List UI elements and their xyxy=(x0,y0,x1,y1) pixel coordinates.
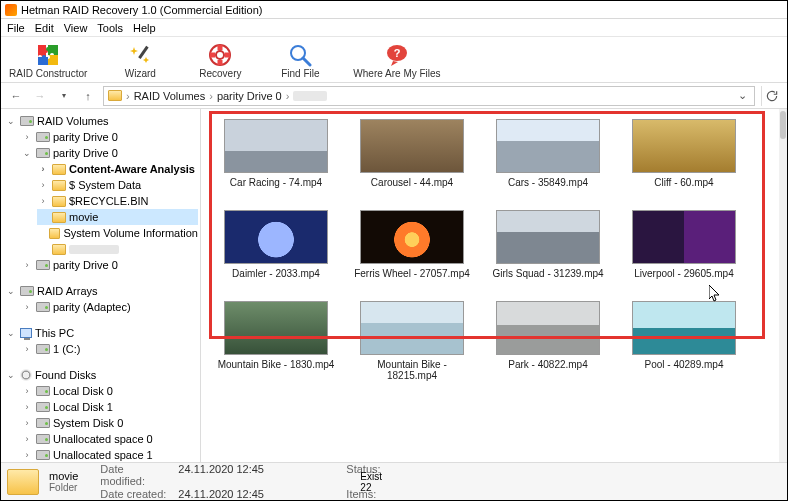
nav-back-button[interactable]: ← xyxy=(7,87,25,105)
drive-icon xyxy=(36,402,50,412)
address-bar[interactable]: › RAID Volumes › parity Drive 0 › ⌄ xyxy=(103,86,755,106)
tree-item[interactable]: ›$ System Data xyxy=(37,177,198,193)
tree-item[interactable]: ›System Volume Information xyxy=(37,225,198,241)
tree-label: Local Disk 1 xyxy=(53,401,113,413)
tree-item[interactable]: ⌄parity Drive 0 xyxy=(21,145,198,161)
tree-label: parity (Adaptec) xyxy=(53,301,131,313)
tree-label: Found Disks xyxy=(35,369,96,381)
expand-icon[interactable]: › xyxy=(21,402,33,412)
tree-item-selected[interactable]: ›movie xyxy=(37,209,198,225)
expand-icon[interactable]: › xyxy=(21,132,33,142)
main-body: ⌄RAID Volumes ›parity Drive 0 ⌄parity Dr… xyxy=(1,109,787,462)
tree-item[interactable]: ›Content-Aware Analysis xyxy=(37,161,198,177)
chevron-right-icon: › xyxy=(209,90,213,102)
expand-icon[interactable]: › xyxy=(21,434,33,444)
collapse-icon[interactable]: ⌄ xyxy=(5,328,17,338)
status-value: Exist xyxy=(360,471,382,482)
navigation-bar: ← → ▾ ↑ › RAID Volumes › parity Drive 0 … xyxy=(1,83,787,109)
file-item[interactable]: Daimler - 2033.mp4 xyxy=(215,210,337,279)
collapse-icon[interactable]: ⌄ xyxy=(5,370,17,380)
vertical-scrollbar[interactable] xyxy=(779,109,787,462)
nav-history-dropdown[interactable]: ▾ xyxy=(55,87,73,105)
tree-item[interactable]: ›Unallocated space 0 xyxy=(21,431,198,447)
tree-label: parity Drive 0 xyxy=(53,147,118,159)
tree-item[interactable]: ›parity Drive 0 xyxy=(21,129,198,145)
video-thumbnail xyxy=(632,301,736,355)
menu-help[interactable]: Help xyxy=(133,22,156,34)
breadcrumb[interactable]: parity Drive 0 xyxy=(217,90,282,102)
tree-found-disks[interactable]: ⌄Found Disks xyxy=(5,367,198,383)
file-item[interactable]: Park - 40822.mp4 xyxy=(487,301,609,381)
file-item[interactable]: Cars - 35849.mp4 xyxy=(487,119,609,188)
tool-recovery[interactable]: Recovery xyxy=(193,43,247,79)
tree-panel[interactable]: ⌄RAID Volumes ›parity Drive 0 ⌄parity Dr… xyxy=(1,109,201,462)
tree-item-redacted[interactable]: › xyxy=(37,241,198,257)
tool-where-are-my-files[interactable]: ? Where Are My Files xyxy=(353,43,440,79)
file-item[interactable]: Ferris Wheel - 27057.mp4 xyxy=(351,210,473,279)
folder-icon xyxy=(52,244,66,255)
tool-label: Wizard xyxy=(125,68,156,79)
wand-icon xyxy=(128,43,152,67)
file-item[interactable]: Carousel - 44.mp4 xyxy=(351,119,473,188)
tree-label: parity Drive 0 xyxy=(53,131,118,143)
expand-icon[interactable]: › xyxy=(37,164,49,174)
expand-icon[interactable]: › xyxy=(21,260,33,270)
file-name: Mountain Bike - 18215.mp4 xyxy=(352,359,472,381)
file-name: Girls Squad - 31239.mp4 xyxy=(492,268,603,279)
menu-file[interactable]: File xyxy=(7,22,25,34)
tree-raid-volumes[interactable]: ⌄RAID Volumes xyxy=(5,113,198,129)
window-title: Hetman RAID Recovery 1.0 (Commercial Edi… xyxy=(21,4,262,16)
menu-edit[interactable]: Edit xyxy=(35,22,54,34)
tree-item[interactable]: ›1 (C:) xyxy=(21,341,198,357)
tree-item[interactable]: ›Local Disk 1 xyxy=(21,399,198,415)
breadcrumb[interactable]: RAID Volumes xyxy=(134,90,206,102)
expand-icon[interactable]: › xyxy=(21,302,33,312)
video-thumbnail xyxy=(496,210,600,264)
address-dropdown-icon[interactable]: ⌄ xyxy=(734,89,750,102)
folder-icon xyxy=(108,90,122,101)
menu-view[interactable]: View xyxy=(64,22,88,34)
menu-tools[interactable]: Tools xyxy=(97,22,123,34)
tool-wizard[interactable]: Wizard xyxy=(113,43,167,79)
video-thumbnail xyxy=(224,119,328,173)
tree-item[interactable]: ›Local Disk 0 xyxy=(21,383,198,399)
collapse-icon[interactable]: ⌄ xyxy=(5,116,17,126)
expand-icon[interactable]: › xyxy=(37,196,49,206)
expand-icon[interactable]: › xyxy=(37,180,49,190)
tree-item[interactable]: ›$RECYCLE.BIN xyxy=(37,193,198,209)
expand-icon[interactable]: › xyxy=(21,418,33,428)
tree-label: Local Disk 0 xyxy=(53,385,113,397)
tree-item[interactable]: ›parity (Adaptec) xyxy=(21,299,198,315)
tool-label: RAID Constructor xyxy=(9,68,87,79)
tree-label: movie xyxy=(69,211,98,223)
tool-raid-constructor[interactable]: RAID Constructor xyxy=(9,43,87,79)
file-item[interactable]: Car Racing - 74.mp4 xyxy=(215,119,337,188)
collapse-icon[interactable]: ⌄ xyxy=(5,286,17,296)
title-bar: Hetman RAID Recovery 1.0 (Commercial Edi… xyxy=(1,1,787,19)
folder-large-icon xyxy=(7,469,39,495)
tool-find-file[interactable]: Find File xyxy=(273,43,327,79)
tree-item[interactable]: ›System Disk 0 xyxy=(21,415,198,431)
file-item[interactable]: Mountain Bike - 1830.mp4 xyxy=(215,301,337,381)
tool-label: Find File xyxy=(281,68,319,79)
status-key: Date modified: xyxy=(100,463,170,487)
nav-forward-button[interactable]: → xyxy=(31,87,49,105)
file-item[interactable]: Pool - 40289.mp4 xyxy=(623,301,745,381)
file-item[interactable]: Cliff - 60.mp4 xyxy=(623,119,745,188)
expand-icon[interactable]: › xyxy=(21,386,33,396)
nav-up-button[interactable]: ↑ xyxy=(79,87,97,105)
refresh-button[interactable] xyxy=(761,86,781,106)
file-item[interactable]: Mountain Bike - 18215.mp4 xyxy=(351,301,473,381)
expand-icon[interactable]: › xyxy=(21,344,33,354)
collapse-icon[interactable]: ⌄ xyxy=(21,148,33,158)
file-item[interactable]: Liverpool - 29605.mp4 xyxy=(623,210,745,279)
file-item[interactable]: Girls Squad - 31239.mp4 xyxy=(487,210,609,279)
status-value: 24.11.2020 12:45 xyxy=(178,488,338,500)
drive-icon xyxy=(36,260,50,270)
expand-icon[interactable]: › xyxy=(21,450,33,460)
tree-raid-arrays[interactable]: ⌄RAID Arrays xyxy=(5,283,198,299)
tree-this-pc[interactable]: ⌄This PC xyxy=(5,325,198,341)
content-panel[interactable]: Car Racing - 74.mp4 Carousel - 44.mp4 Ca… xyxy=(201,109,787,462)
tree-item[interactable]: ›Unallocated space 1 xyxy=(21,447,198,462)
tree-item[interactable]: ›parity Drive 0 xyxy=(21,257,198,273)
